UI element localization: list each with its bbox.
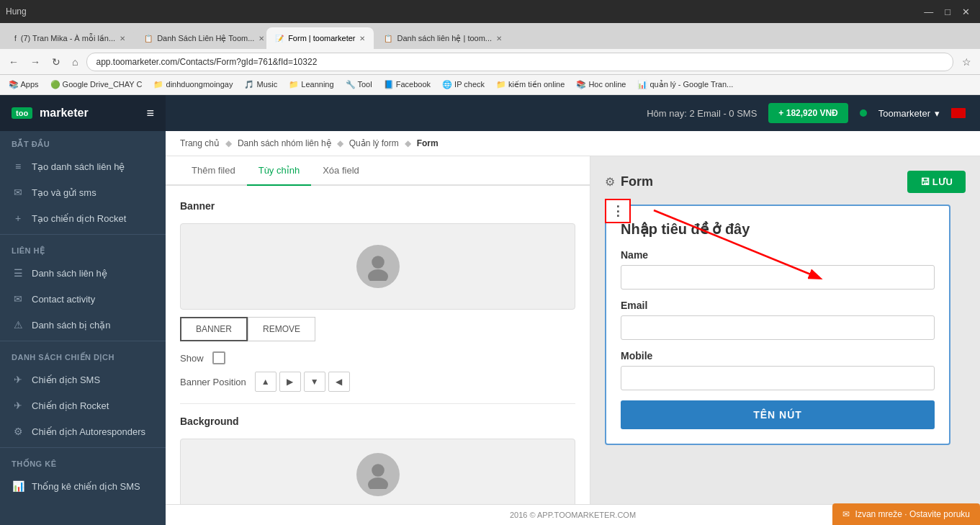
tab1-label: (7) Tran Mika - À mỗi lần... [21,34,115,43]
maximize-button[interactable]: □ [940,5,955,19]
browser-tab-2[interactable]: 📋 Danh Sách Liên Hệ Toom... ✕ [135,27,265,49]
sidebar-item-cd-rocket[interactable]: ✈ Chiến dịch Rocket [0,392,166,418]
pos-right-button[interactable]: ▶ [279,372,301,392]
minimize-button[interactable]: — [920,5,938,19]
sidebar-item-cd-autoresponders[interactable]: ⚙ Chiến dịch Autoresponders [0,418,166,444]
bookmark-ipcheck[interactable]: 🌐 IP check [439,78,487,91]
topnav-user[interactable]: Toomarketer ▾ [878,108,940,119]
sidebar-item-tk-sms[interactable]: 📊 Thống kê chiến dịch SMS [0,473,166,499]
sidebar-label-ds-bichan: Danh sách bị chặn [32,320,111,331]
breadcrumb-current: Form [417,138,439,148]
pos-up-button[interactable]: ▲ [255,372,277,392]
tab4-label: Danh sách liên hệ | toom... [397,34,492,43]
bookmark-facebook[interactable]: 📘 Facebook [381,78,433,91]
tabs-bar: Thêm filed Tùy chỉnh Xóa field [166,156,590,186]
bookmarks-bar: 📚 Apps 🟢 Google Drive_CHAY C 📁 dinhduong… [0,75,980,95]
contacts-icon: ☰ [12,267,24,279]
tab4-close[interactable]: ✕ [496,35,502,42]
sidebar-item-contact-activity[interactable]: ✉ Contact activity [0,286,166,312]
tab2-close[interactable]: ✕ [259,35,264,42]
tab3-close[interactable]: ✕ [359,35,365,42]
banner-upload-button[interactable]: BANNER [180,317,248,341]
pos-down-button[interactable]: ▼ [304,372,325,392]
tab-them-filed[interactable]: Thêm filed [180,156,247,186]
app-container: too marketer ≡ BẮT ĐẦU ≡ Tạo danh sách l… [0,95,980,525]
form-preview-card: Nhập tiêu đề ở đây Name Email Mobile [605,205,950,445]
sidebar-item-tao-ds[interactable]: ≡ Tạo danh sách liên hệ [0,153,166,179]
banner-remove-button[interactable]: REMOVE [248,317,315,341]
hamburger-button[interactable]: ≡ [146,106,154,121]
svg-point-1 [368,269,388,281]
chat-envelope-icon: ✉ [842,509,850,519]
form-main-title: Form [621,174,653,189]
close-button[interactable]: ✕ [958,5,974,19]
form-input-name[interactable] [621,265,935,290]
sms-send-icon: ✉ [12,187,24,198]
sidebar-section-thongke: THỐNG KÊ [0,451,166,473]
chart-icon: 📊 [12,480,24,492]
sidebar-item-tao-sms[interactable]: ✉ Tạo và gửi sms [0,179,166,205]
banner-section-title: Banner [180,200,575,212]
breadcrumb-quanly[interactable]: Quản lý form [349,138,399,148]
bg-avatar-icon [364,460,392,489]
form-submit-button[interactable]: TÊN NÚT [621,400,935,429]
save-button[interactable]: 🖫 LƯU [907,171,966,193]
banner-buttons: BANNER REMOVE [180,317,575,341]
breadcrumb-ds[interactable]: Danh sách nhóm liên hệ [238,138,331,148]
bookmark-gdrive[interactable]: 🟢 Google Drive_CHAY C [48,78,145,91]
sidebar-label-tao-sms: Tạo và gửi sms [32,187,96,198]
banner-preview [180,223,575,310]
background-section-title: Background [180,416,575,427]
logo-icon: too [12,107,32,119]
form-field-name: Name [621,249,935,290]
bookmark-ktt[interactable]: 📁 kiếm tiền online [493,78,567,91]
tab1-close[interactable]: ✕ [120,35,125,42]
bookmark-leanning[interactable]: 📁 Leanning [286,78,336,91]
home-button[interactable]: ⌂ [69,55,81,69]
star-button[interactable]: ☆ [959,55,974,69]
sidebar-item-ds-lienhe[interactable]: ☰ Danh sách liên hệ [0,260,166,286]
show-label: Show [180,353,204,364]
sidebar-item-cd-sms[interactable]: ✈ Chiến dịch SMS [0,367,166,392]
balance-button[interactable]: + 182,920 VNĐ [768,103,848,123]
sidebar-item-tao-rocket[interactable]: + Tạo chiến dịch Rocket [0,205,166,231]
bookmark-music[interactable]: 🎵 Music [241,78,280,91]
breadcrumb-sep-2: ◆ [337,138,343,148]
tab3-favicon: 📝 [275,35,284,42]
sidebar-item-ds-bichan[interactable]: ⚠ Danh sách bị chặn [0,312,166,338]
chat-notification[interactable]: ✉ Izvan mreže · Ostavite poruku [832,503,980,525]
tab-xoa-field[interactable]: Xóa field [311,156,371,186]
bookmark-apps[interactable]: 📚 Apps [6,78,42,91]
tab-tuy-chinh[interactable]: Tùy chỉnh [247,156,311,186]
background-avatar [356,453,400,496]
back-button[interactable]: ← [6,55,22,69]
breadcrumb-home[interactable]: Trang chủ [180,138,220,148]
tab4-favicon: 📋 [384,35,392,42]
pos-left-button[interactable]: ◀ [328,372,350,392]
form-input-email[interactable] [621,315,935,340]
bookmark-hoconline[interactable]: 📚 Hoc online [573,78,629,91]
banner-position-label: Banner Position [180,377,246,387]
sidebar-label-tao-ds: Tạo danh sách liên hệ [32,161,125,172]
section-divider [180,403,575,404]
form-input-mobile[interactable] [621,366,935,390]
browser-tab-1[interactable]: f (7) Tran Mika - À mỗi lần... ✕ [6,27,134,49]
bookmark-dinhduong[interactable]: 📁 dinhduongmoingay [150,78,235,91]
show-checkbox[interactable] [212,351,225,364]
browser-tabs: f (7) Tran Mika - À mỗi lần... ✕ 📋 Danh … [0,23,980,49]
sidebar-divider-3 [0,447,166,448]
bookmark-tool[interactable]: 🔧 Tool [343,78,375,91]
svg-point-0 [372,256,385,269]
three-dots-menu[interactable]: ⋮ [605,199,631,223]
browser-tab-3[interactable]: 📝 Form | toomarketer ✕ [266,27,374,49]
chevron-down-icon: ▾ [935,108,940,119]
browser-tab-4[interactable]: 📋 Danh sách liên hệ | toom... ✕ [375,27,505,49]
forward-button[interactable]: → [27,55,43,69]
sidebar-section-chiendich: DANH SÁCH CHIẾN DỊCH [0,344,166,367]
refresh-button[interactable]: ↻ [49,55,63,69]
bookmark-quanly[interactable]: 📊 quản lý - Google Tran... [634,78,736,91]
right-panel: ⚙ Form 🖫 LƯU ⋮ [590,156,980,504]
browser-titlebar: Hung — □ ✕ [0,0,980,23]
topnav: Hôm nay: 2 Email - 0 SMS + 182,920 VNĐ T… [166,95,980,131]
url-bar[interactable] [86,53,953,71]
